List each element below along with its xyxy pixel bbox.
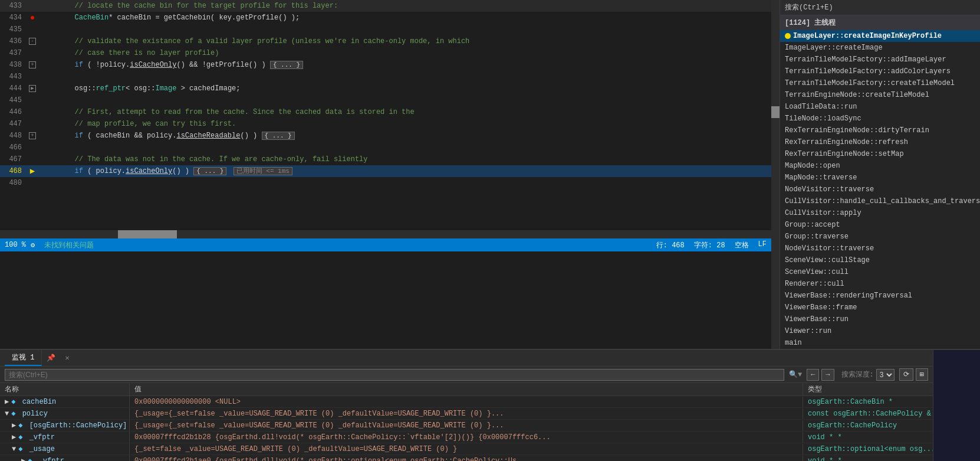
search-depth-select[interactable]: 3 1 2 5 (876, 369, 895, 381)
col-type: 类型 (803, 383, 933, 395)
watch-type-5: void * * (803, 456, 933, 462)
watch-search-input[interactable] (5, 369, 784, 381)
watch-row-5[interactable]: ▶◆ _vfptr 0x00007fffcd2b1ae0 {osgEarthd.… (0, 455, 933, 461)
call-stack-item-23[interactable]: ViewerBase::frame (780, 302, 980, 313)
code-line-434: 434 ● CacheBin* cacheBin = getCachebin( … (0, 12, 771, 24)
call-stack-item-21[interactable]: Renderer::cull (780, 278, 980, 290)
call-stack-item-26[interactable]: main (780, 337, 980, 349)
watch-row-3[interactable]: ▶◆ _vfptr 0x00007fffcd2b1b28 {osgEarthd.… (0, 431, 933, 443)
watch-value-0: 0x0000000000000000 <NULL> (130, 397, 803, 407)
call-stack-item-1[interactable]: ImageLayer::createImage (780, 42, 980, 54)
line-num-443: 443 (0, 71, 27, 83)
line-num-480: 480 (0, 177, 27, 189)
refresh-btn[interactable]: ⟳ (899, 368, 913, 381)
line-content-468: if ( policy.isCacheOnly() ) { ... } 已用时间… (38, 165, 771, 177)
code-line-448: 448 + if ( cacheBin && policy.isCacheRea… (0, 130, 771, 142)
call-stack-label-18: NodeVisitor::traverse (785, 244, 874, 253)
line-content-445 (38, 94, 771, 106)
call-stack-item-17[interactable]: Group::traverse (780, 231, 980, 243)
call-stack-item-18[interactable]: NodeVisitor::traverse (780, 243, 980, 254)
watch-name-1: ▼◆ policy (0, 408, 130, 419)
call-stack-item-13[interactable]: NodeVisitor::traverse (780, 184, 980, 195)
call-stack-item-0[interactable]: ImageLayer::createImageInKeyProfile (780, 30, 980, 42)
gutter-437 (27, 47, 38, 59)
watch-value-1: {_usage={_set=false _value=USAGE_READ_WR… (130, 408, 803, 419)
call-stack-item-25[interactable]: Viewer::run (780, 325, 980, 337)
space-indicator: 空格 (735, 240, 749, 250)
code-line-467: 467 // The data was not in the cache. If… (0, 153, 771, 165)
watch-row-4[interactable]: ▼◆ _usage {_set=false _value=USAGE_READ_… (0, 443, 933, 455)
code-line-435: 435 (0, 24, 771, 35)
call-stack-item-14[interactable]: CullVisitor::handle_cull_callbacks_and_t… (780, 195, 980, 207)
call-stack-item-9[interactable]: RexTerrainEngineNode::refresh (780, 136, 980, 148)
expand-436[interactable]: - (29, 38, 36, 45)
line-num-437: 437 (0, 47, 27, 59)
call-stack-item-2[interactable]: TerrainTileModelFactory::addImageLayer (780, 54, 980, 66)
line-content-444: osg::ref_ptr< osg::Image > cachedImage; (38, 83, 771, 94)
line-num-446: 446 (0, 106, 27, 118)
call-stack-label-15: CullVisitor::apply (785, 209, 861, 217)
editor-scrollbar[interactable] (771, 0, 780, 349)
breakpoint-434: ● (30, 12, 35, 24)
call-stack-item-5[interactable]: TerrainEngineNode::createTileModel (780, 89, 980, 101)
call-stack-item-10[interactable]: RexTerrainEngineNode::setMap (780, 148, 980, 160)
call-stack-item-16[interactable]: Group::accept (780, 219, 980, 231)
scrollbar-h-thumb[interactable] (118, 230, 177, 238)
call-stack-label-16: Group::accept (785, 221, 840, 229)
call-stack-item-19[interactable]: SceneView::cullStage (780, 254, 980, 266)
scrollbar-thumb[interactable] (771, 106, 780, 118)
call-stack-label-12: MapNode::traverse (785, 174, 857, 182)
call-stack-item-22[interactable]: ViewerBase::renderingTraversal (780, 290, 980, 302)
call-stack-item-20[interactable]: SceneView::cull (780, 266, 980, 278)
expand-448[interactable]: + (29, 132, 36, 139)
call-stack-label-6: LoadTileData::run (785, 103, 857, 111)
code-line-447: 447 // map profile, we can try this firs… (0, 118, 771, 130)
line-content-446: // First, attempt to read from the cache… (38, 106, 771, 118)
gutter-436: - (27, 35, 38, 47)
call-stack-label-0: ImageLayer::createImageInKeyProfile (793, 32, 942, 40)
line-num-438: 438 (0, 59, 27, 71)
bottom-minimap (933, 350, 980, 461)
expand-444[interactable]: ▶ (29, 85, 36, 92)
forward-btn[interactable]: → (821, 369, 834, 381)
watch-table: 名称 值 类型 ▶◆ cacheBin 0x0000000000000000 <… (0, 383, 933, 461)
active-bullet (785, 33, 791, 39)
col-indicator: 字符: 28 (694, 240, 725, 250)
call-stack-label-26: main (785, 339, 802, 347)
watch-type-3: void * * (803, 432, 933, 443)
expand-438[interactable]: + (29, 61, 36, 68)
no-issues: 未找到相关问题 (44, 240, 94, 250)
code-line-446: 446 // First, attempt to read from the c… (0, 106, 771, 118)
watch-value-2: {_usage={_set=false _value=USAGE_READ_WR… (130, 420, 803, 431)
back-btn[interactable]: ← (807, 369, 819, 381)
scrollbar-horizontal[interactable] (0, 230, 771, 238)
call-stack-item-4[interactable]: TerrainTileModelFactory::createTileModel (780, 77, 980, 89)
search-dropdown[interactable]: 🔍▼ (789, 370, 802, 379)
bottom-section: 监视 1 📌 ✕ 🔍▼ ← → 搜索深度: 3 1 2 5 ⟳ ⊞ (0, 349, 980, 461)
call-stack-item-24[interactable]: ViewerBase::run (780, 313, 980, 325)
call-stack-item-12[interactable]: MapNode::traverse (780, 172, 980, 184)
watch-row-1[interactable]: ▼◆ policy {_usage={_set=false _value=USA… (0, 408, 933, 420)
gutter-444: ▶ (27, 83, 38, 94)
close-watch[interactable]: ✕ (60, 351, 74, 365)
call-stack-list[interactable]: ImageLayer::createImageInKeyProfile Imag… (780, 30, 980, 349)
grid-btn[interactable]: ⊞ (916, 368, 928, 381)
call-stack-item-11[interactable]: MapNode::open (780, 160, 980, 172)
pin-icon[interactable]: 📌 (42, 351, 60, 365)
thread-label: [1124] 主线程 (785, 19, 836, 27)
line-num-434: 434 (0, 12, 27, 24)
call-stack-item-15[interactable]: CullVisitor::apply (780, 207, 980, 219)
watch-row-2[interactable]: ▶◆ [osgEarth::CachePolicy] {_usage={_set… (0, 420, 933, 431)
right-search-label: 搜索(Ctrl+E) (785, 4, 833, 12)
watch-row-0[interactable]: ▶◆ cacheBin 0x0000000000000000 <NULL> os… (0, 396, 933, 408)
call-stack-label-22: ViewerBase::renderingTraversal (785, 292, 912, 300)
call-stack-item-6[interactable]: LoadTileData::run (780, 101, 980, 113)
call-stack-label-5: TerrainEngineNode::createTileModel (785, 91, 929, 99)
call-stack-item-8[interactable]: RexTerrainEngineNode::dirtyTerrain (780, 125, 980, 136)
right-panel: 搜索(Ctrl+E) [1124] 主线程 ImageLayer::create… (780, 0, 980, 349)
call-stack-item-3[interactable]: TerrainTileModelFactory::addColorLayers (780, 66, 980, 77)
watch-tab-1[interactable]: 监视 1 (5, 350, 42, 366)
gutter-448: + (27, 130, 38, 142)
line-num-468: 468 (0, 165, 27, 177)
call-stack-item-7[interactable]: TileNode::loadSync (780, 113, 980, 125)
